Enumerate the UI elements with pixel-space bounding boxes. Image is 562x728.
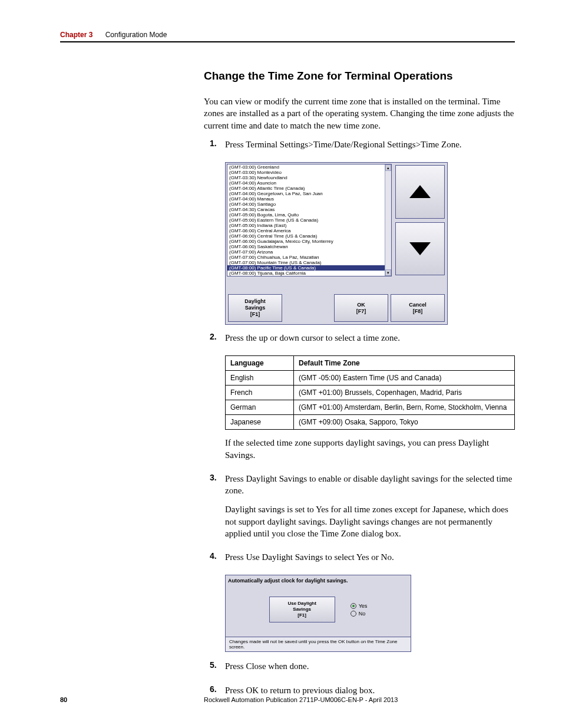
scroll-down-icon[interactable]: ▾ bbox=[385, 269, 391, 276]
section-heading: Change the Time Zone for Terminal Operat… bbox=[204, 70, 515, 83]
button-label: Cancel bbox=[392, 302, 443, 308]
triangle-up-icon bbox=[409, 185, 431, 198]
chapter-title: Configuration Mode bbox=[105, 31, 167, 39]
step-2-post: If the selected time zone supports dayli… bbox=[210, 437, 515, 468]
timezone-option[interactable]: (GMT-04:30) Caracas bbox=[227, 207, 391, 212]
page-number: 80 bbox=[60, 696, 204, 703]
button-label: [F7] bbox=[336, 308, 386, 315]
button-label: Savings bbox=[271, 607, 333, 612]
step-5-text: Press Close when done. bbox=[225, 660, 515, 672]
table-row: German(GMT +01:00) Amsterdam, Berlin, Be… bbox=[226, 400, 515, 415]
timezone-listbox[interactable]: (GMT-03:00) Greenland(GMT-03:00) Montevi… bbox=[227, 164, 392, 276]
default-timezone-table: Language Default Time Zone English(GMT -… bbox=[225, 355, 515, 430]
radio-icon bbox=[351, 603, 356, 609]
timezone-option[interactable]: (GMT-06:00) Central America bbox=[227, 228, 391, 233]
button-label: [F1] bbox=[230, 311, 280, 318]
timezone-option[interactable]: (GMT-06:00) Saskatchewan bbox=[227, 244, 391, 249]
daylight-savings-button[interactable]: Daylight Savings [F1] bbox=[228, 294, 282, 322]
table-cell-timezone: (GMT +01:00) Amsterdam, Berlin, Bern, Ro… bbox=[294, 400, 515, 415]
timezone-option[interactable]: (GMT-04:00) Atlantic Time (Canada) bbox=[227, 186, 391, 191]
scrollbar-track[interactable] bbox=[385, 171, 391, 269]
table-cell-timezone: (GMT +01:00) Brussels, Copenhagen, Madri… bbox=[294, 386, 515, 400]
step-3: 3. Press Daylight Savings to enable or d… bbox=[210, 473, 515, 546]
timezone-option[interactable]: (GMT-08:00) Pacific Time (US & Canada) bbox=[227, 265, 391, 271]
step-5: 5. Press Close when done. bbox=[210, 660, 515, 679]
radio-icon bbox=[351, 611, 356, 617]
chapter-label: Chapter 3 bbox=[60, 31, 92, 39]
step-4-text: Press Use Daylight Savings to select Yes… bbox=[225, 551, 515, 563]
table-header-timezone: Default Time Zone bbox=[294, 356, 515, 371]
timezone-option[interactable]: (GMT-07:00) Mountain Time (US & Canada) bbox=[227, 260, 391, 265]
timezone-option[interactable]: (GMT-03:30) Newfoundland bbox=[227, 175, 391, 180]
button-label: [F1] bbox=[271, 612, 333, 618]
timezone-option[interactable]: (GMT-05:00) Indiana (East) bbox=[227, 223, 391, 228]
publication-id: Rockwell Automation Publication 2711P-UM… bbox=[204, 696, 515, 703]
step-4: 4. Press Use Daylight Savings to select … bbox=[210, 551, 515, 570]
table-cell-language: Japanese bbox=[226, 415, 294, 430]
radio-no[interactable]: No bbox=[351, 611, 368, 617]
step-3-number: 3. bbox=[210, 473, 225, 546]
table-cell-language: German bbox=[226, 400, 294, 415]
daylight-savings-dialog: Automatically adjust clock for daylight … bbox=[225, 575, 411, 652]
dialog-title: Automatically adjust clock for daylight … bbox=[228, 578, 408, 584]
table-row: English(GMT -05:00) Eastern Time (US and… bbox=[226, 371, 515, 386]
timezone-option[interactable]: (GMT-07:00) Chihuahua, La Paz, Mazatlan bbox=[227, 255, 391, 260]
step-1-text: Press Terminal Settings>Time/Date/Region… bbox=[225, 139, 515, 150]
ok-button[interactable]: OK [F7] bbox=[334, 294, 388, 322]
table-cell-language: English bbox=[226, 371, 294, 386]
button-label: Daylight bbox=[230, 298, 280, 305]
step-5-number: 5. bbox=[210, 660, 225, 679]
button-label: Use Daylight bbox=[271, 601, 333, 607]
radio-label: Yes bbox=[359, 603, 368, 609]
cancel-button[interactable]: Cancel [F8] bbox=[391, 294, 445, 322]
table-row: Japanese(GMT +09:00) Osaka, Sapporo, Tok… bbox=[226, 415, 515, 430]
button-label: Savings bbox=[230, 305, 280, 311]
timezone-option[interactable]: (GMT-04:00) Santiago bbox=[227, 202, 391, 207]
scroll-up-icon[interactable]: ▴ bbox=[385, 164, 391, 171]
timezone-option[interactable]: (GMT-04:00) Manaus bbox=[227, 196, 391, 202]
cursor-down-button[interactable] bbox=[395, 222, 445, 276]
step-2-number: 2. bbox=[210, 332, 225, 351]
table-header-language: Language bbox=[226, 356, 294, 371]
radio-yes[interactable]: Yes bbox=[351, 603, 368, 609]
step-1: 1. Press Terminal Settings>Time/Date/Reg… bbox=[210, 139, 515, 157]
radio-label: No bbox=[359, 611, 366, 617]
timezone-option[interactable]: (GMT-03:00) Greenland bbox=[227, 164, 391, 170]
step-2-post-text: If the selected time zone supports dayli… bbox=[225, 437, 515, 461]
triangle-down-icon bbox=[409, 242, 431, 255]
timezone-option[interactable]: (GMT-06:00) Guadalajara, Mexico City, Mo… bbox=[227, 239, 391, 244]
cursor-up-button[interactable] bbox=[395, 165, 445, 219]
step-3-text: Press Daylight Savings to enable or disa… bbox=[225, 473, 515, 497]
step-3-post-text: Daylight savings is set to Yes for all t… bbox=[225, 503, 515, 539]
table-cell-timezone: (GMT +09:00) Osaka, Sapporo, Tokyo bbox=[294, 415, 515, 430]
page-footer: 80 Rockwell Automation Publication 2711P… bbox=[60, 696, 515, 703]
button-label: OK bbox=[336, 302, 386, 308]
timezone-option[interactable]: (GMT-06:00) Central Time (US & Canada) bbox=[227, 233, 391, 239]
step-4-number: 4. bbox=[210, 551, 225, 570]
step-2: 2. Press the up or down cursor to select… bbox=[210, 332, 515, 351]
timezone-dialog: (GMT-03:00) Greenland(GMT-03:00) Montevi… bbox=[225, 162, 448, 325]
button-label: [F8] bbox=[392, 308, 443, 315]
table-row: French(GMT +01:00) Brussels, Copenhagen,… bbox=[226, 386, 515, 400]
table-cell-timezone: (GMT -05:00) Eastern Time (US and Canada… bbox=[294, 371, 515, 386]
table-cell-language: French bbox=[226, 386, 294, 400]
step-2-text: Press the up or down cursor to select a … bbox=[225, 332, 515, 344]
timezone-option[interactable]: (GMT-07:00) Arizona bbox=[227, 249, 391, 255]
step-6-text: Press OK to return to previous dialog bo… bbox=[225, 684, 515, 696]
header-rule bbox=[60, 41, 515, 42]
running-header: Chapter 3 Configuration Mode bbox=[60, 31, 515, 39]
timezone-option[interactable]: (GMT-03:00) Montevideo bbox=[227, 170, 391, 175]
timezone-option[interactable]: (GMT-04:00) Georgetown, La Paz, San Juan bbox=[227, 191, 391, 196]
timezone-option[interactable]: (GMT-04:00) Asuncion bbox=[227, 180, 391, 186]
timezone-option[interactable]: (GMT-08:00) Tijuana, Baja California bbox=[227, 271, 391, 276]
step-1-number: 1. bbox=[210, 139, 225, 157]
intro-paragraph: You can view or modify the current time … bbox=[204, 95, 515, 131]
dialog-note: Changes made will not be saved until you… bbox=[226, 637, 411, 651]
timezone-option[interactable]: (GMT-05:00) Eastern Time (US & Canada) bbox=[227, 218, 391, 223]
timezone-option[interactable]: (GMT-05:00) Bogota, Lima, Quito bbox=[227, 212, 391, 218]
use-daylight-savings-button[interactable]: Use Daylight Savings [F1] bbox=[269, 597, 335, 622]
